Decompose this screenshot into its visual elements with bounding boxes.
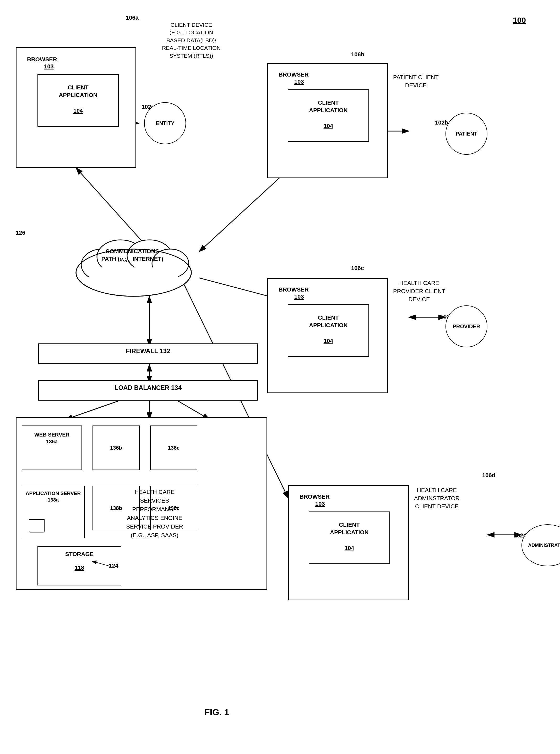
load-balancer-label: LOAD BALANCER 134 (39, 384, 257, 392)
fig-label: FIG. 1 (204, 707, 229, 717)
client-app-box-106d: CLIENTAPPLICATION 104 (309, 511, 390, 564)
client-app-box-106a: CLIENTAPPLICATION 104 (38, 74, 119, 127)
web-server-136b-label: 136b (93, 444, 139, 451)
client-device-desc: CLIENT DEVICE(E.G., LOCATIONBASED DATA(L… (147, 21, 236, 59)
ref-106d: 106d (482, 472, 495, 479)
firewall-label: FIREWALL 132 (39, 347, 257, 355)
box-106d: BROWSER 103 CLIENTAPPLICATION 104 (288, 485, 409, 600)
ref-106b: 106b (351, 51, 364, 58)
browser-label-106d: BROWSER (300, 493, 329, 501)
app-server-138a: APPLICATION SERVER138a (22, 486, 85, 538)
client-app-label-106d: CLIENTAPPLICATION (309, 521, 389, 536)
browser-ref-106c: 103 (294, 293, 304, 300)
box-106b: BROWSER 103 CLIENTAPPLICATION 104 (267, 63, 388, 178)
browser-ref-106d: 103 (315, 501, 325, 507)
ref-102b: 102b (435, 119, 448, 126)
client-app-box-106b: CLIENTAPPLICATION 104 (288, 90, 369, 142)
hca-client-desc: HEALTH CAREADMINSTRATORCLIENT DEVICE (414, 486, 460, 510)
ref-106c: 106c (351, 265, 364, 272)
browser-label-106a: BROWSER (27, 56, 57, 63)
client-app-label-106a: CLIENTAPPLICATION (38, 84, 118, 99)
browser-label-106c: BROWSER (279, 286, 309, 294)
web-server-136c-label: 136c (151, 444, 197, 451)
patient-circle: PATIENT (445, 113, 487, 155)
browser-ref-106b: 103 (294, 78, 304, 85)
client-app-label-106c: CLIENTAPPLICATION (288, 314, 368, 329)
provider-circle: PROVIDER (445, 305, 487, 347)
ref-106a: 106a (126, 15, 139, 21)
browser-label-106b: BROWSER (279, 71, 309, 79)
load-balancer-box: LOAD BALANCER 134 (38, 380, 258, 401)
client-app-ref-106b: 104 (288, 123, 368, 130)
cloud-label: COMMUNICATIONSPATH (e.g., INTERNET) (76, 248, 189, 263)
client-app-label-106b: CLIENTAPPLICATION (288, 99, 368, 114)
client-app-ref-106d: 104 (309, 545, 389, 552)
diagram-ref-100: 100 (513, 16, 526, 25)
client-app-ref-106c: 104 (288, 338, 368, 345)
svg-rect-38 (89, 267, 178, 294)
firewall-box: FIREWALL 132 (38, 344, 258, 364)
ref-126: 126 (16, 229, 25, 236)
diagram-container: 100 106a CLIENT DEVICE(E.G., LOCATIONBAS… (0, 0, 560, 754)
client-app-box-106c: CLIENTAPPLICATION 104 (288, 304, 369, 357)
storage-label: STORAGE (38, 550, 121, 558)
web-server-136c: 136c (150, 425, 197, 470)
box-106c: BROWSER 103 CLIENTAPPLICATION 104 (267, 278, 388, 393)
svg-line-40 (92, 561, 110, 566)
web-server-label: WEB SERVER136a (22, 431, 81, 445)
web-server-136a: WEB SERVER136a (22, 425, 82, 470)
client-app-ref-106a: 104 (38, 108, 118, 114)
web-server-136b: 136b (93, 425, 140, 470)
ref-124-arrow (89, 558, 115, 569)
hcspa-label: HEALTH CARESERVICESPERFORMANCEANALYTICS … (92, 488, 218, 540)
app-server-label: APPLICATION SERVER138a (22, 490, 84, 503)
patient-client-desc: PATIENT CLIENTDEVICE (393, 73, 439, 90)
entity-circle: ENTITY (144, 102, 186, 144)
box-106a: BROWSER 103 CLIENTAPPLICATION 104 (16, 47, 136, 168)
hcp-client-desc: HEALTH CAREPROVIDER CLIENTDEVICE (393, 279, 445, 303)
browser-ref-106a: 103 (44, 63, 54, 70)
administrator-circle: ADMINISTRATOR (521, 524, 560, 566)
